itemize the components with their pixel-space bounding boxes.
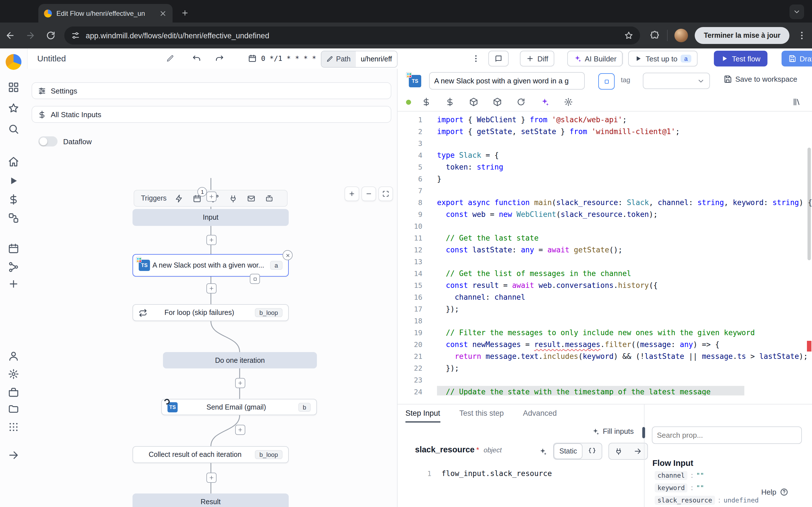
flow-input-prop-channel[interactable]: channel:"" bbox=[655, 471, 704, 480]
gear-icon[interactable] bbox=[564, 98, 573, 107]
browser-tab[interactable]: Edit Flow u/henri/effective_un bbox=[38, 4, 172, 22]
path-control[interactable]: Path u/henri/eff bbox=[321, 51, 398, 68]
panel-resize-handle[interactable] bbox=[642, 427, 645, 438]
more-options-icon[interactable] bbox=[471, 54, 480, 63]
sidebar-item-workflow[interactable] bbox=[8, 212, 19, 224]
diff-button[interactable]: Diff bbox=[520, 51, 555, 66]
schedule-icon[interactable] bbox=[248, 54, 257, 62]
editor-scrollbar[interactable] bbox=[808, 148, 811, 260]
fit-view-button[interactable] bbox=[378, 186, 393, 201]
test-up-to-button[interactable]: Test up to a bbox=[628, 51, 697, 66]
code-editor[interactable]: 123456789101112131415161718192021222324 … bbox=[398, 112, 812, 395]
plug-button[interactable] bbox=[609, 443, 628, 459]
static-inputs-row[interactable]: All Static Inputs bbox=[32, 106, 391, 123]
flow-input-prop-slack_resource[interactable]: slack_resource:undefined bbox=[655, 496, 759, 505]
static-mode-button[interactable]: Static bbox=[554, 443, 583, 459]
expr-editor[interactable]: 1 flow_input.slack_resource bbox=[398, 467, 644, 482]
package-icon[interactable] bbox=[493, 98, 502, 107]
site-info-icon[interactable] bbox=[71, 31, 80, 40]
sidebar-item-folder[interactable] bbox=[8, 403, 19, 414]
test-flow-button[interactable]: Test flow bbox=[714, 51, 767, 66]
flow-node-collect-result[interactable]: Collect result of each iteration b_loop bbox=[133, 446, 289, 463]
sidebar-item-home[interactable] bbox=[8, 156, 19, 167]
sidebar-item-person[interactable] bbox=[8, 350, 19, 362]
flow-node-send-email[interactable]: TS Send Email (gmail) b bbox=[161, 399, 317, 415]
flow-node-slack-step[interactable]: TS A new Slack post with a given wor... … bbox=[133, 254, 289, 277]
dataflow-toggle[interactable] bbox=[38, 136, 57, 147]
tab-step-input[interactable]: Step Input bbox=[405, 404, 440, 422]
add-step-button[interactable] bbox=[206, 283, 216, 293]
draft-button[interactable]: Draft bbox=[781, 51, 812, 66]
refresh-icon[interactable] bbox=[516, 98, 525, 107]
extensions-icon[interactable] bbox=[650, 31, 660, 41]
path-value[interactable]: u/henri/eff bbox=[356, 51, 397, 67]
sidebar-item-nodes[interactable] bbox=[8, 262, 19, 273]
sidebar-item-plus[interactable] bbox=[8, 278, 19, 290]
search-prop-input[interactable] bbox=[652, 427, 802, 444]
address-bar[interactable]: app.windmill.dev/flows/edit/u/henri/effe… bbox=[64, 26, 640, 45]
zoom-in-button[interactable] bbox=[345, 186, 359, 201]
calendar-trigger-icon[interactable]: 1 bbox=[193, 194, 202, 203]
edit-title-icon[interactable] bbox=[166, 55, 174, 62]
sidebar-item-search[interactable] bbox=[8, 123, 19, 135]
flow-input-prop-keyword[interactable]: keyword:"" bbox=[655, 483, 704, 492]
windmill-logo[interactable] bbox=[6, 54, 21, 70]
plug-trigger-icon[interactable] bbox=[229, 194, 238, 203]
flow-node-do-one-iteration[interactable]: Do one iteration bbox=[163, 352, 317, 369]
redo-button[interactable] bbox=[215, 54, 224, 63]
undo-button[interactable] bbox=[192, 54, 201, 63]
cron-schedule[interactable]: 0 */1 * * * * bbox=[261, 54, 316, 62]
tab-close-icon[interactable] bbox=[159, 9, 167, 17]
zap-trigger-icon[interactable] bbox=[175, 194, 184, 203]
fill-inputs-button[interactable]: Fill inputs bbox=[592, 427, 634, 436]
settings-row[interactable]: Settings bbox=[32, 82, 391, 99]
browser-menu-icon[interactable] bbox=[797, 31, 807, 41]
ai-assist-icon[interactable] bbox=[539, 447, 547, 456]
add-step-button[interactable] bbox=[235, 378, 245, 388]
bot-trigger-icon[interactable] bbox=[265, 194, 274, 203]
tab-advanced[interactable]: Advanced bbox=[523, 404, 557, 422]
tab-search-button[interactable] bbox=[790, 4, 804, 19]
sidebar-item-dotsgrid[interactable] bbox=[8, 421, 19, 433]
flow-node-result[interactable]: Result bbox=[133, 494, 289, 507]
docs-button[interactable] bbox=[488, 51, 509, 66]
sidebar-item-dollar[interactable] bbox=[8, 194, 19, 205]
remove-step-button[interactable] bbox=[283, 250, 293, 260]
flow-title[interactable]: Untitled bbox=[37, 54, 66, 63]
profile-avatar[interactable] bbox=[674, 29, 688, 42]
step-preview-button[interactable] bbox=[250, 274, 260, 284]
flow-node-forloop[interactable]: For loop (skip failures) b_loop bbox=[133, 304, 289, 321]
expand-editor-button[interactable] bbox=[598, 73, 615, 90]
package-icon[interactable] bbox=[469, 98, 478, 107]
dollar-icon[interactable] bbox=[422, 98, 431, 107]
zoom-out-button[interactable] bbox=[361, 186, 376, 201]
forward-button[interactable] bbox=[26, 31, 36, 41]
add-step-button[interactable] bbox=[206, 473, 216, 483]
sidebar-item-star[interactable] bbox=[8, 103, 19, 114]
tag-select[interactable] bbox=[643, 73, 710, 89]
reload-button[interactable] bbox=[46, 31, 56, 41]
add-step-button[interactable] bbox=[206, 191, 216, 202]
flow-node-input[interactable]: Input bbox=[133, 209, 289, 226]
sidebar-item-calendar[interactable] bbox=[8, 243, 19, 254]
mail-trigger-icon[interactable] bbox=[247, 194, 256, 203]
help-button[interactable]: Help bbox=[761, 488, 788, 496]
step-summary-input[interactable] bbox=[429, 72, 585, 90]
sidebar-item-play[interactable] bbox=[8, 175, 19, 186]
wand-icon[interactable] bbox=[540, 98, 549, 107]
back-button[interactable] bbox=[5, 31, 15, 41]
sidebar-item-arrow-right[interactable] bbox=[8, 450, 19, 461]
add-step-button[interactable] bbox=[206, 235, 216, 245]
dollar-icon[interactable] bbox=[446, 98, 455, 107]
add-step-button[interactable] bbox=[235, 425, 245, 435]
chrome-update-button[interactable]: Terminer la mise à jour bbox=[695, 27, 790, 44]
new-tab-button[interactable] bbox=[178, 6, 192, 20]
javascript-mode-button[interactable] bbox=[583, 443, 602, 459]
ai-builder-button[interactable]: AI Builder bbox=[567, 51, 623, 66]
sidebar-item-gear[interactable] bbox=[8, 369, 19, 380]
bookmark-star-icon[interactable] bbox=[624, 31, 633, 40]
library-icon[interactable] bbox=[792, 98, 801, 107]
save-to-workspace-button[interactable]: Save to workspace bbox=[723, 75, 797, 83]
tab-test-this-step[interactable]: Test this step bbox=[459, 404, 504, 422]
sidebar-item-grid[interactable] bbox=[8, 82, 19, 93]
